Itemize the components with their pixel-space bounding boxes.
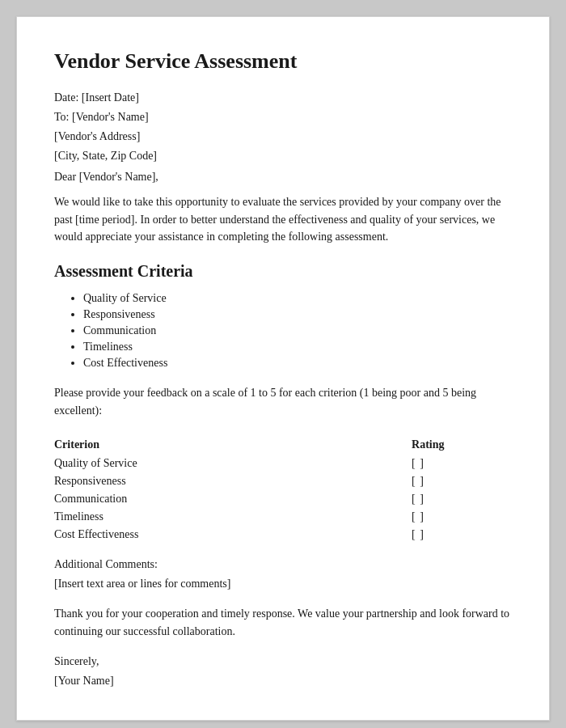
criterion-cell: Responsiveness: [54, 472, 412, 490]
closing-paragraph: Thank you for your cooperation and timel…: [54, 605, 512, 640]
table-row: Communication [ ]: [54, 490, 512, 508]
address-line: [Vendor's Address]: [54, 130, 512, 143]
rating-cell: [ ]: [412, 526, 512, 544]
rating-cell: [ ]: [412, 508, 512, 526]
list-item: Responsiveness: [83, 308, 512, 321]
list-item: Quality of Service: [83, 292, 512, 305]
document-page: Vendor Service Assessment Date: [Insert …: [16, 16, 550, 721]
criterion-cell: Quality of Service: [54, 455, 412, 472]
criteria-list: Quality of Service Responsiveness Commun…: [54, 292, 512, 370]
rating-cell: [ ]: [412, 490, 512, 508]
list-item: Communication: [83, 324, 512, 337]
table-row: Timeliness [ ]: [54, 508, 512, 526]
comments-label: Additional Comments:: [54, 558, 512, 571]
intro-paragraph: We would like to take this opportunity t…: [54, 193, 512, 246]
sincerely: Sincerely,: [54, 655, 512, 668]
criterion-header: Criterion: [54, 435, 412, 455]
rating-cell: [ ]: [412, 472, 512, 490]
rating-header: Rating: [412, 435, 512, 455]
date-line: Date: [Insert Date]: [54, 91, 512, 104]
salutation: Dear [Vendor's Name],: [54, 171, 512, 184]
document-title: Vendor Service Assessment: [54, 49, 512, 74]
table-row: Quality of Service [ ]: [54, 455, 512, 472]
list-item: Cost Effectiveness: [83, 357, 512, 370]
section-title: Assessment Criteria: [54, 262, 512, 281]
criterion-cell: Cost Effectiveness: [54, 526, 412, 544]
rating-cell: [ ]: [412, 455, 512, 472]
criterion-cell: Communication: [54, 490, 412, 508]
criterion-cell: Timeliness: [54, 508, 412, 526]
rating-instruction: Please provide your feedback on a scale …: [54, 384, 512, 419]
to-line: To: [Vendor's Name]: [54, 111, 512, 124]
table-row: Responsiveness [ ]: [54, 472, 512, 490]
city-line: [City, State, Zip Code]: [54, 150, 512, 163]
your-name: [Your Name]: [54, 675, 512, 688]
rating-table: Criterion Rating Quality of Service [ ] …: [54, 435, 512, 544]
list-item: Timeliness: [83, 341, 512, 353]
comments-placeholder: [Insert text area or lines for comments]: [54, 578, 512, 590]
table-row: Cost Effectiveness [ ]: [54, 526, 512, 544]
